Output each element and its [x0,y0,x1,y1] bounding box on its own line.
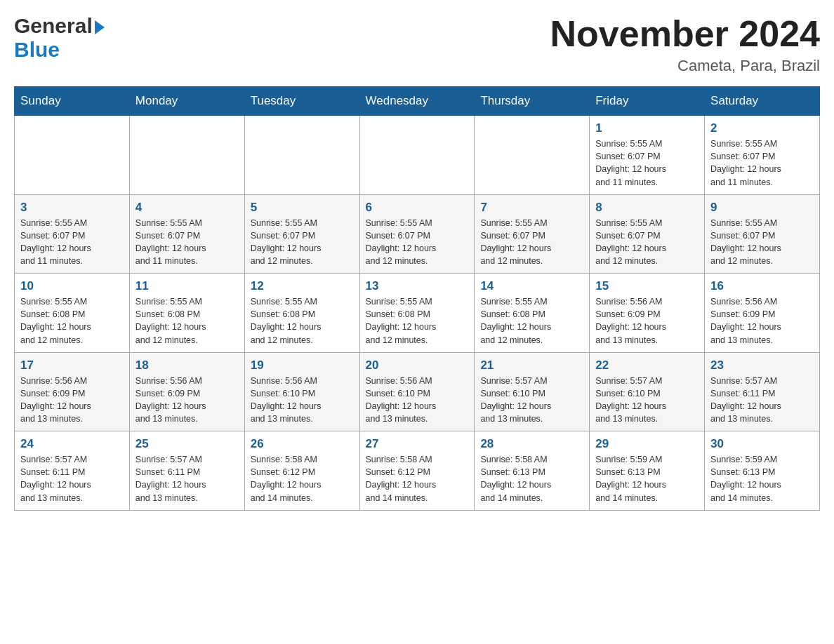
day-number: 9 [710,201,814,215]
page-header: General Blue November 2024 Cameta, Para,… [14,14,820,75]
day-info: Sunrise: 5:55 AM Sunset: 6:07 PM Dayligh… [710,217,814,268]
calendar-cell: 11Sunrise: 5:55 AM Sunset: 6:08 PM Dayli… [129,274,244,353]
calendar-cell: 10Sunrise: 5:55 AM Sunset: 6:08 PM Dayli… [15,274,130,353]
calendar-cell: 8Sunrise: 5:55 AM Sunset: 6:07 PM Daylig… [590,194,705,274]
calendar-cell: 13Sunrise: 5:55 AM Sunset: 6:08 PM Dayli… [359,274,475,353]
calendar-cell: 27Sunrise: 5:58 AM Sunset: 6:12 PM Dayli… [359,431,475,511]
logo: General Blue [14,14,105,62]
calendar-cell: 29Sunrise: 5:59 AM Sunset: 6:13 PM Dayli… [590,431,705,511]
header-wednesday: Wednesday [359,87,475,116]
calendar-cell: 5Sunrise: 5:55 AM Sunset: 6:07 PM Daylig… [244,194,359,274]
header-thursday: Thursday [475,87,590,116]
calendar-cell [129,116,244,195]
calendar-cell: 15Sunrise: 5:56 AM Sunset: 6:09 PM Dayli… [590,274,705,353]
day-info: Sunrise: 5:55 AM Sunset: 6:07 PM Dayligh… [710,137,814,189]
calendar-cell: 23Sunrise: 5:57 AM Sunset: 6:11 PM Dayli… [705,352,820,431]
day-info: Sunrise: 5:58 AM Sunset: 6:12 PM Dayligh… [366,453,469,504]
calendar-cell [244,116,359,195]
calendar-cell: 18Sunrise: 5:56 AM Sunset: 6:09 PM Dayli… [129,352,244,431]
calendar-header-row: SundayMondayTuesdayWednesdayThursdayFrid… [15,87,820,116]
header-tuesday: Tuesday [244,87,359,116]
calendar-cell [475,116,590,195]
day-number: 23 [710,358,814,373]
day-info: Sunrise: 5:58 AM Sunset: 6:13 PM Dayligh… [480,453,583,504]
day-info: Sunrise: 5:55 AM Sunset: 6:07 PM Dayligh… [20,217,124,268]
calendar-cell: 22Sunrise: 5:57 AM Sunset: 6:10 PM Dayli… [590,352,705,431]
day-number: 28 [480,437,583,451]
header-sunday: Sunday [15,87,130,116]
calendar-cell: 4Sunrise: 5:55 AM Sunset: 6:07 PM Daylig… [129,194,244,274]
day-info: Sunrise: 5:56 AM Sunset: 6:09 PM Dayligh… [710,295,814,347]
day-number: 6 [366,201,469,215]
calendar-cell: 28Sunrise: 5:58 AM Sunset: 6:13 PM Dayli… [475,431,590,511]
day-number: 1 [595,121,699,135]
day-number: 27 [366,437,469,451]
day-number: 29 [595,437,699,451]
calendar-cell: 30Sunrise: 5:59 AM Sunset: 6:13 PM Dayli… [705,431,820,511]
calendar-cell: 17Sunrise: 5:56 AM Sunset: 6:09 PM Dayli… [15,352,130,431]
day-info: Sunrise: 5:56 AM Sunset: 6:09 PM Dayligh… [135,375,239,426]
day-info: Sunrise: 5:55 AM Sunset: 6:08 PM Dayligh… [135,295,239,347]
day-info: Sunrise: 5:56 AM Sunset: 6:09 PM Dayligh… [20,375,124,426]
week-row-4: 17Sunrise: 5:56 AM Sunset: 6:09 PM Dayli… [15,352,820,431]
logo-general-text: General [14,14,93,38]
day-number: 26 [251,437,354,451]
calendar-cell: 7Sunrise: 5:55 AM Sunset: 6:07 PM Daylig… [475,194,590,274]
day-number: 18 [135,358,239,373]
day-info: Sunrise: 5:55 AM Sunset: 6:08 PM Dayligh… [480,295,583,347]
logo-blue-text: Blue [14,38,60,62]
day-number: 12 [251,279,354,293]
title-block: November 2024 Cameta, Para, Brazil [550,14,820,75]
week-row-3: 10Sunrise: 5:55 AM Sunset: 6:08 PM Dayli… [15,274,820,353]
calendar-cell: 20Sunrise: 5:56 AM Sunset: 6:10 PM Dayli… [359,352,475,431]
week-row-1: 1Sunrise: 5:55 AM Sunset: 6:07 PM Daylig… [15,116,820,195]
day-info: Sunrise: 5:57 AM Sunset: 6:11 PM Dayligh… [710,375,814,426]
day-info: Sunrise: 5:56 AM Sunset: 6:09 PM Dayligh… [595,295,699,347]
calendar-cell: 1Sunrise: 5:55 AM Sunset: 6:07 PM Daylig… [590,116,705,195]
day-number: 15 [595,279,699,293]
day-info: Sunrise: 5:55 AM Sunset: 6:07 PM Dayligh… [480,217,583,268]
day-number: 3 [20,201,124,215]
day-info: Sunrise: 5:56 AM Sunset: 6:10 PM Dayligh… [366,375,469,426]
calendar-cell: 9Sunrise: 5:55 AM Sunset: 6:07 PM Daylig… [705,194,820,274]
calendar-cell: 14Sunrise: 5:55 AM Sunset: 6:08 PM Dayli… [475,274,590,353]
day-info: Sunrise: 5:55 AM Sunset: 6:08 PM Dayligh… [366,295,469,347]
day-number: 17 [20,358,124,373]
header-friday: Friday [590,87,705,116]
header-saturday: Saturday [705,87,820,116]
header-monday: Monday [129,87,244,116]
calendar-cell: 25Sunrise: 5:57 AM Sunset: 6:11 PM Dayli… [129,431,244,511]
day-info: Sunrise: 5:57 AM Sunset: 6:11 PM Dayligh… [135,453,239,504]
day-info: Sunrise: 5:55 AM Sunset: 6:07 PM Dayligh… [595,217,699,268]
calendar-cell: 16Sunrise: 5:56 AM Sunset: 6:09 PM Dayli… [705,274,820,353]
calendar-cell: 21Sunrise: 5:57 AM Sunset: 6:10 PM Dayli… [475,352,590,431]
calendar-table: SundayMondayTuesdayWednesdayThursdayFrid… [14,86,820,511]
month-title: November 2024 [550,14,820,54]
day-info: Sunrise: 5:55 AM Sunset: 6:07 PM Dayligh… [595,137,699,189]
day-info: Sunrise: 5:57 AM Sunset: 6:10 PM Dayligh… [595,375,699,426]
calendar-cell: 6Sunrise: 5:55 AM Sunset: 6:07 PM Daylig… [359,194,475,274]
day-number: 10 [20,279,124,293]
location: Cameta, Para, Brazil [550,57,820,75]
day-info: Sunrise: 5:55 AM Sunset: 6:07 PM Dayligh… [366,217,469,268]
week-row-2: 3Sunrise: 5:55 AM Sunset: 6:07 PM Daylig… [15,194,820,274]
day-info: Sunrise: 5:57 AM Sunset: 6:11 PM Dayligh… [20,453,124,504]
day-info: Sunrise: 5:55 AM Sunset: 6:07 PM Dayligh… [251,217,354,268]
day-number: 16 [710,279,814,293]
day-number: 14 [480,279,583,293]
day-info: Sunrise: 5:56 AM Sunset: 6:10 PM Dayligh… [251,375,354,426]
day-info: Sunrise: 5:55 AM Sunset: 6:07 PM Dayligh… [135,217,239,268]
day-number: 30 [710,437,814,451]
day-info: Sunrise: 5:57 AM Sunset: 6:10 PM Dayligh… [480,375,583,426]
day-number: 22 [595,358,699,373]
calendar-cell: 26Sunrise: 5:58 AM Sunset: 6:12 PM Dayli… [244,431,359,511]
calendar-cell: 12Sunrise: 5:55 AM Sunset: 6:08 PM Dayli… [244,274,359,353]
day-number: 19 [251,358,354,373]
day-number: 21 [480,358,583,373]
week-row-5: 24Sunrise: 5:57 AM Sunset: 6:11 PM Dayli… [15,431,820,511]
calendar-cell [359,116,475,195]
calendar-cell: 19Sunrise: 5:56 AM Sunset: 6:10 PM Dayli… [244,352,359,431]
day-number: 25 [135,437,239,451]
day-info: Sunrise: 5:59 AM Sunset: 6:13 PM Dayligh… [710,453,814,504]
calendar-cell [15,116,130,195]
